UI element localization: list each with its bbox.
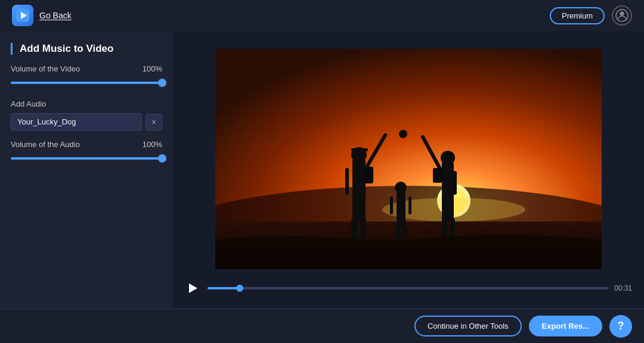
audio-volume-value: 100% <box>143 140 162 149</box>
audio-volume-group: Volume of the Audio 100% <box>11 140 162 163</box>
video-volume-group: Volume of the Video 100% <box>11 64 162 88</box>
video-area: 00:31 <box>173 31 644 308</box>
header-right: Premium <box>550 5 632 26</box>
svg-marker-32 <box>189 283 197 293</box>
audio-volume-label: Volume of the Audio <box>11 140 80 149</box>
svg-rect-13 <box>363 167 373 183</box>
audio-volume-label-row: Volume of the Audio 100% <box>11 140 162 149</box>
video-progress-fill <box>208 287 240 289</box>
video-volume-thumb <box>158 79 166 87</box>
play-button[interactable] <box>185 280 202 297</box>
audio-file-row: × <box>11 113 162 130</box>
help-button[interactable]: ? <box>609 315 632 338</box>
svg-rect-31 <box>402 224 407 239</box>
svg-rect-22 <box>433 168 442 183</box>
svg-rect-14 <box>345 168 349 195</box>
app-header: Go Back Premium <box>0 0 644 31</box>
user-account-icon[interactable] <box>612 5 632 26</box>
video-player[interactable] <box>215 49 602 269</box>
svg-rect-18 <box>442 162 454 222</box>
svg-rect-23 <box>442 219 447 239</box>
svg-rect-17 <box>360 219 366 239</box>
app-logo <box>12 5 33 26</box>
audio-file-input[interactable] <box>11 113 142 130</box>
svg-point-3 <box>620 12 624 16</box>
svg-point-25 <box>399 130 407 138</box>
svg-rect-28 <box>390 197 393 214</box>
video-wrapper <box>185 43 632 275</box>
video-volume-track <box>11 82 162 84</box>
video-progress-thumb <box>236 285 243 292</box>
audio-clear-button[interactable]: × <box>145 114 162 130</box>
video-volume-label: Volume of the Video <box>11 64 80 73</box>
video-controls: 00:31 <box>185 275 632 297</box>
export-button[interactable]: Export Res... <box>529 316 602 336</box>
video-volume-label-row: Volume of the Video 100% <box>11 64 162 73</box>
video-volume-slider[interactable] <box>11 78 162 88</box>
svg-rect-16 <box>351 219 357 239</box>
video-progress-bar[interactable] <box>208 287 608 289</box>
video-volume-value: 100% <box>143 64 162 73</box>
svg-rect-26 <box>397 192 405 227</box>
svg-rect-21 <box>453 171 457 195</box>
add-audio-group: Add Audio × <box>11 97 162 130</box>
svg-point-27 <box>395 182 407 194</box>
sidebar: Add Music to Video Volume of the Video 1… <box>0 31 173 308</box>
footer: Continue in Other Tools Export Res... ? <box>0 308 644 343</box>
svg-rect-24 <box>450 219 455 239</box>
continue-other-tools-button[interactable]: Continue in Other Tools <box>414 316 522 336</box>
audio-volume-fill <box>11 157 162 160</box>
svg-rect-29 <box>408 197 411 214</box>
video-volume-fill <box>11 82 162 84</box>
audio-volume-track <box>11 157 162 160</box>
go-back-button[interactable]: Go Back <box>39 11 72 20</box>
audio-volume-thumb <box>158 154 166 163</box>
svg-point-19 <box>441 151 455 165</box>
main-content: Add Music to Video Volume of the Video 1… <box>0 31 644 308</box>
video-time-label: 00:31 <box>614 284 632 292</box>
sidebar-title: Add Music to Video <box>11 43 162 55</box>
add-audio-label: Add Audio <box>11 99 162 108</box>
header-left: Go Back <box>12 5 72 26</box>
svg-rect-30 <box>396 224 401 239</box>
premium-button[interactable]: Premium <box>550 7 605 24</box>
audio-volume-slider[interactable] <box>11 154 162 163</box>
svg-rect-12 <box>351 148 368 151</box>
